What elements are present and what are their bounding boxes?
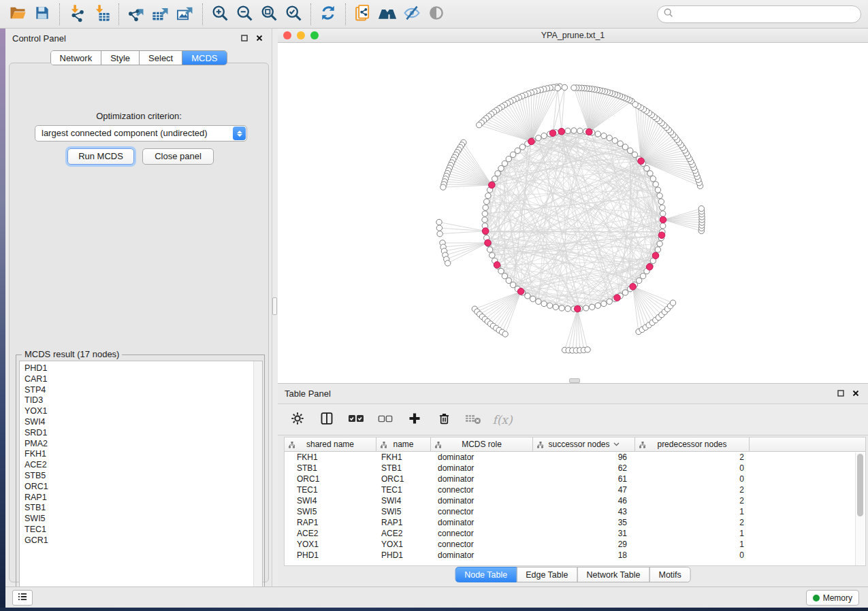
table-cell[interactable]: ORC1	[285, 474, 376, 484]
table-cell[interactable]: dominator	[431, 452, 533, 463]
mcds-result-item[interactable]: STB1	[25, 503, 262, 514]
delete-column-button[interactable]	[435, 411, 453, 429]
table-cell[interactable]: 18	[533, 550, 635, 561]
zoom-out-button[interactable]	[232, 3, 257, 26]
tab-style[interactable]: Style	[101, 51, 139, 65]
select-all-columns-button[interactable]	[347, 411, 365, 429]
table-scrollbar-thumb[interactable]	[857, 454, 863, 516]
table-cell[interactable]: 2	[635, 452, 750, 463]
show-column-button[interactable]	[318, 411, 336, 429]
mcds-result-item[interactable]: CAR1	[25, 374, 262, 385]
mcds-node[interactable]	[660, 216, 666, 223]
delete-table-button[interactable]	[464, 411, 482, 429]
float-window-icon[interactable]	[239, 33, 250, 44]
table-row[interactable]: YOX1YOX1connector291	[285, 539, 865, 550]
mcds-result-list[interactable]: PHD1CAR1STP4TID3YOX1SWI4SRD1PMA2FKH1ACE2…	[19, 361, 263, 600]
mcds-result-item[interactable]: TEC1	[25, 525, 262, 535]
table-cell[interactable]: PHD1	[376, 550, 431, 561]
table-cell[interactable]: 0	[635, 550, 750, 561]
table-cell[interactable]: 1	[635, 528, 750, 539]
table-cell[interactable]: 1	[635, 506, 750, 517]
table-cell[interactable]: TEC1	[376, 484, 431, 495]
table-cell[interactable]: 0	[635, 463, 750, 474]
open-file-button[interactable]	[5, 3, 30, 26]
mcds-result-item[interactable]: PHD1	[25, 363, 262, 374]
mcds-result-item[interactable]: TID3	[25, 395, 262, 406]
criterion-dropdown[interactable]: largest connected component (undirected)	[35, 125, 247, 142]
tab-mcds[interactable]: MCDS	[182, 51, 226, 65]
mcds-result-item[interactable]: SWI4	[25, 417, 262, 428]
mcds-node[interactable]	[575, 306, 581, 312]
table-cell[interactable]: SWI4	[376, 495, 431, 506]
table-cell[interactable]: 47	[533, 484, 635, 495]
column-header-successor-nodes[interactable]: successor nodes	[533, 437, 635, 451]
column-header-shared-name[interactable]: shared name	[285, 437, 376, 451]
table-cell[interactable]: 0	[635, 474, 750, 484]
table-cell[interactable]: FKH1	[285, 452, 376, 463]
table-cell[interactable]: RAP1	[376, 517, 431, 528]
table-cell[interactable]: STB1	[285, 463, 376, 474]
mcds-node[interactable]	[494, 262, 500, 269]
mcds-result-item[interactable]: ACE2	[25, 460, 262, 471]
mcds-node[interactable]	[630, 284, 637, 291]
column-header-MCDS-role[interactable]: MCDS role	[431, 437, 533, 451]
save-session-button[interactable]	[30, 3, 54, 26]
mcds-result-item[interactable]: PMA2	[25, 439, 262, 450]
function-builder-button[interactable]: f(x)	[494, 411, 511, 429]
table-cell[interactable]: dominator	[431, 495, 533, 506]
refresh-button[interactable]	[316, 3, 340, 26]
table-settings-button[interactable]	[289, 411, 306, 429]
mcds-result-item[interactable]: SWI5	[25, 514, 262, 525]
table-cell[interactable]: YOX1	[376, 539, 431, 550]
table-cell[interactable]: ACE2	[285, 528, 376, 539]
table-row[interactable]: RAP1RAP1dominator352	[285, 517, 865, 528]
splitter-grip[interactable]	[569, 378, 580, 383]
table-cell[interactable]: FKH1	[376, 452, 431, 463]
mcds-node[interactable]	[528, 138, 535, 145]
table-cell[interactable]: dominator	[431, 463, 533, 474]
column-header-predecessor-nodes[interactable]: predecessor nodes	[635, 437, 750, 451]
table-cell[interactable]: 1	[635, 539, 750, 550]
mcds-node[interactable]	[489, 182, 496, 188]
mcds-node[interactable]	[638, 158, 645, 165]
task-history-button[interactable]	[12, 590, 33, 606]
mcds-result-item[interactable]: RAP1	[25, 493, 262, 503]
table-row[interactable]: ORC1ORC1dominator610	[285, 474, 865, 484]
tab-motifs[interactable]: Motifs	[649, 567, 690, 582]
table-cell[interactable]: SWI4	[285, 495, 376, 506]
import-network-button[interactable]	[65, 3, 89, 26]
table-row[interactable]: TEC1TEC1connector472	[285, 484, 865, 495]
toggle-eye-button[interactable]	[424, 3, 449, 26]
table-cell[interactable]: YOX1	[285, 539, 376, 550]
mcds-node[interactable]	[517, 288, 524, 295]
tab-edge-table[interactable]: Edge Table	[516, 567, 577, 582]
binoculars-button[interactable]	[375, 3, 400, 26]
network-canvas[interactable]	[278, 43, 868, 383]
mcds-result-item[interactable]: STP4	[25, 385, 262, 396]
splitter-grip[interactable]	[272, 297, 277, 315]
export-table-button[interactable]	[148, 3, 173, 26]
table-cell[interactable]: 2	[635, 517, 750, 528]
table-cell[interactable]: connector	[431, 539, 533, 550]
table-cell[interactable]: connector	[431, 484, 533, 495]
table-row[interactable]: SWI4SWI4dominator462	[285, 495, 865, 506]
table-cell[interactable]: 61	[533, 474, 635, 484]
table-cell[interactable]: 62	[533, 463, 635, 474]
table-row[interactable]: ACE2ACE2connector311	[285, 528, 865, 539]
create-column-button[interactable]	[406, 411, 423, 429]
result-scrollbar[interactable]	[253, 361, 262, 599]
table-row[interactable]: PHD1PHD1dominator180	[285, 550, 865, 561]
table-cell[interactable]: dominator	[431, 517, 533, 528]
table-cell[interactable]: SWI5	[285, 506, 376, 517]
table-cell[interactable]: STB1	[376, 463, 431, 474]
table-cell[interactable]: PHD1	[285, 550, 376, 561]
run-mcds-button[interactable]: Run MCDS	[67, 148, 134, 165]
mcds-result-item[interactable]: GCR1	[25, 535, 262, 546]
mcds-result-item[interactable]: SRD1	[25, 428, 262, 439]
table-cell[interactable]: 46	[533, 495, 635, 506]
close-panel-icon[interactable]	[254, 33, 265, 44]
mcds-node[interactable]	[482, 228, 489, 235]
table-cell[interactable]: 96	[533, 452, 635, 463]
import-table-button[interactable]	[89, 3, 114, 26]
tab-network[interactable]: Network	[50, 51, 101, 65]
